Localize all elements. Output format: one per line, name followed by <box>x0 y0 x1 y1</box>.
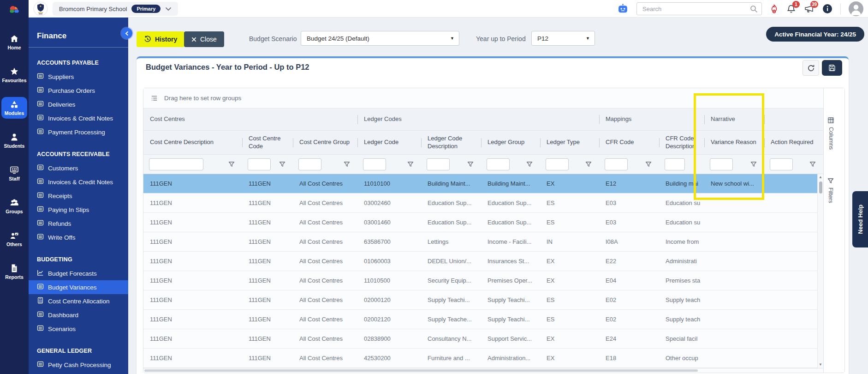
search-icon[interactable] <box>750 5 758 13</box>
megaphone-icon[interactable]: 39 <box>804 4 814 13</box>
funnel-icon[interactable] <box>228 161 235 168</box>
rail-item-home[interactable]: Home <box>1 31 27 53</box>
funnel-icon[interactable] <box>344 161 350 168</box>
sidebar-item-budget-forecasts[interactable]: Budget Forecasts <box>29 266 128 280</box>
scroll-up-icon[interactable]: ▲ <box>819 174 822 181</box>
sidebar-item-payment-processing[interactable]: Payment Processing <box>29 125 128 139</box>
funnel-icon[interactable] <box>526 161 533 168</box>
budget-scenario-select[interactable]: Budget 24/25 (Default) ▼ <box>301 31 459 46</box>
column-filter-input[interactable] <box>546 158 569 170</box>
column-header-cost-centre-group[interactable]: Cost Centre Group <box>293 131 357 154</box>
column-header-variance-reason[interactable]: Variance Reason <box>704 131 764 154</box>
need-help-tab[interactable]: Need Help <box>852 191 868 247</box>
funnel-icon[interactable] <box>585 161 592 168</box>
column-filter-input[interactable] <box>605 158 628 170</box>
columns-tool-tab[interactable]: Columns <box>827 117 834 150</box>
rail-item-students[interactable]: Students <box>1 130 27 151</box>
list-icon <box>37 361 44 369</box>
table-row[interactable]: 111GEN111GENAll Cost Centres01060003DEDE… <box>143 252 823 271</box>
funnel-icon[interactable] <box>750 161 757 168</box>
scroll-down-icon[interactable]: ▼ <box>819 362 822 368</box>
sidebar-item-petty-cash-processing[interactable]: Petty Cash Processing <box>29 358 128 372</box>
column-header-cost-centre-code[interactable]: Cost Centre Code <box>242 131 293 154</box>
column-filter-input[interactable] <box>710 158 733 170</box>
rail-item-favourites[interactable]: Favourites <box>1 64 27 86</box>
cloud-logo-icon[interactable] <box>0 0 29 18</box>
history-button[interactable]: History <box>137 31 184 47</box>
vscroll-thumb[interactable] <box>819 181 822 193</box>
funnel-icon[interactable] <box>645 161 652 168</box>
rail-item-reports[interactable]: Reports <box>1 261 27 283</box>
flame-icon[interactable] <box>770 4 779 14</box>
sidebar-item-suppliers[interactable]: Suppliers <box>29 70 128 84</box>
funnel-icon[interactable] <box>279 161 285 168</box>
sidebar-item-customers[interactable]: Customers <box>29 161 128 175</box>
table-row[interactable]: 111GEN111GENAll Cost Centres03001460Educ… <box>143 213 823 232</box>
table-cell: Other occup <box>659 349 704 368</box>
column-filter-input[interactable] <box>665 158 685 170</box>
sidebar-item-scenarios[interactable]: Scenarios <box>29 322 128 336</box>
column-header-cost-centre-description[interactable]: Cost Centre Description <box>143 131 242 154</box>
table-row[interactable]: 111GEN111GENAll Cost Centres63586700Lett… <box>143 232 823 252</box>
sidebar-item-invoices-credit-notes[interactable]: Invoices & Credit Notes <box>29 175 128 189</box>
column-filter-input[interactable] <box>149 158 203 170</box>
column-filter-input[interactable] <box>363 158 386 170</box>
table-cell: 111GEN <box>242 252 293 271</box>
horizontal-scrollbar[interactable] <box>143 368 823 373</box>
sidebar-item-budget-variances[interactable]: Budget Variances <box>29 280 128 294</box>
column-filter-input[interactable] <box>427 158 450 170</box>
column-filter-input[interactable] <box>770 158 793 170</box>
table-cell <box>704 349 764 368</box>
column-header-ledger-code-description[interactable]: Ledger Code Description <box>421 131 481 154</box>
table-row[interactable]: 111GEN111GENAll Cost Centres03002460Educ… <box>143 193 823 213</box>
rail-item-staff[interactable]: Staff <box>1 163 27 184</box>
column-header-cfr-code[interactable]: CFR Code <box>599 131 659 154</box>
table-row[interactable]: 111GEN111GENAll Cost Centres11010500Secu… <box>143 271 823 290</box>
funnel-icon[interactable] <box>467 161 474 168</box>
sidebar-item-refunds[interactable]: Refunds <box>29 217 128 230</box>
funnel-icon[interactable] <box>407 161 414 168</box>
avatar[interactable] <box>849 1 863 16</box>
funnel-icon[interactable] <box>809 161 816 168</box>
sidebar-item-cost-centre-allocation[interactable]: Cost Centre Allocation <box>29 294 128 308</box>
sidebar-collapse-button[interactable] <box>121 28 132 39</box>
sidebar-item-write-offs[interactable]: Write Offs <box>29 230 128 244</box>
vertical-scrollbar[interactable]: ▲ ▼ <box>817 174 823 368</box>
table-cell: 111GEN <box>242 232 293 251</box>
info-icon[interactable] <box>822 4 832 14</box>
column-header-ledger-group[interactable]: Ledger Group <box>481 131 540 154</box>
table-row[interactable]: 111GEN111GENAll Cost Centres42530200Furn… <box>143 349 823 368</box>
period-select[interactable]: P12 ▼ <box>531 31 595 46</box>
save-button[interactable] <box>822 60 842 76</box>
sidebar-item-receipts[interactable]: Receipts <box>29 189 128 203</box>
refresh-button[interactable] <box>803 60 819 76</box>
filters-tool-tab[interactable]: Filters <box>827 178 834 203</box>
sidebar-item-paying-in-slips[interactable]: Paying In Slips <box>29 203 128 217</box>
search-input[interactable] <box>642 5 750 13</box>
table-row[interactable]: 111GEN111GENAll Cost Centres02000120Supp… <box>143 290 823 310</box>
robot-assistant-icon[interactable] <box>617 3 629 15</box>
sidebar-item-purchase-orders[interactable]: Purchase Orders <box>29 84 128 97</box>
sidebar-item-invoices-credit-notes[interactable]: Invoices & Credit Notes <box>29 111 128 125</box>
column-header-ledger-type[interactable]: Ledger Type <box>540 131 599 154</box>
rail-item-groups[interactable]: Groups <box>1 195 27 217</box>
column-header-ledger-code[interactable]: Ledger Code <box>357 131 421 154</box>
sidebar-item-dashboard[interactable]: Dashboard <box>29 308 128 322</box>
column-filter-input[interactable] <box>487 158 510 170</box>
column-header-cfr-code-description[interactable]: CFR Code Description <box>659 131 704 154</box>
rail-item-modules[interactable]: Modules <box>1 97 27 119</box>
column-filter-input[interactable] <box>298 158 321 170</box>
school-selector[interactable]: Bromcom Primary School Primary <box>53 2 178 16</box>
sidebar-item-deliveries[interactable]: Deliveries <box>29 97 128 111</box>
table-row[interactable]: 111GEN111GENAll Cost Centres11010100Buil… <box>143 174 823 193</box>
column-filter-input[interactable] <box>248 158 271 170</box>
row-group-drop-zone[interactable]: Drag here to set row groups <box>143 88 844 109</box>
bell-icon[interactable]: 1 <box>786 4 796 14</box>
close-button[interactable]: Close <box>184 31 224 47</box>
table-row[interactable]: 111GEN111GENAll Cost Centres02002120Supp… <box>143 310 823 329</box>
hscroll-thumb[interactable] <box>144 369 698 372</box>
rail-item-others[interactable]: Others <box>1 228 27 250</box>
chevron-down-icon[interactable] <box>165 7 172 11</box>
table-row[interactable]: 111GEN111GENAll Cost Centres02838900Cons… <box>143 329 823 349</box>
column-header-action-required[interactable]: Action Required <box>764 131 823 154</box>
